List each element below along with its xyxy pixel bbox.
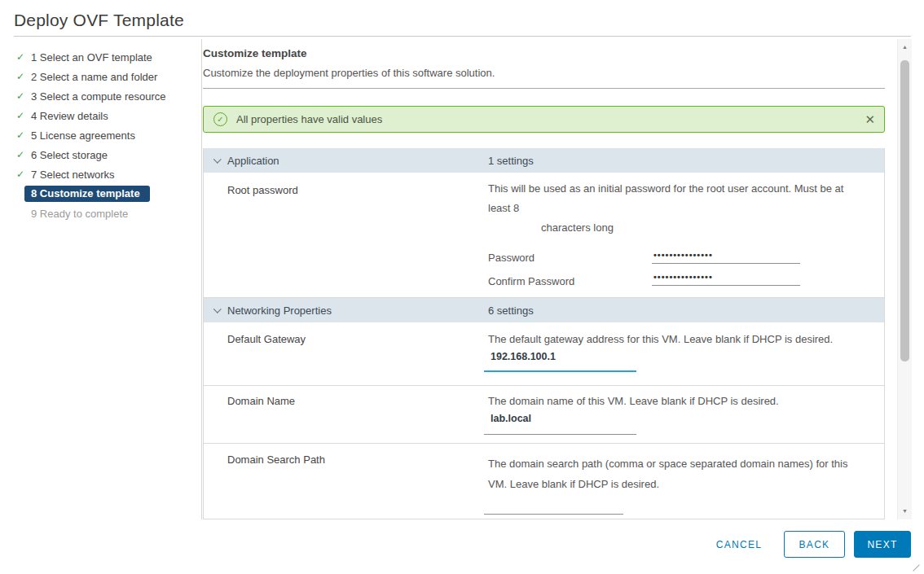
step-label: 9 Ready to complete [31,208,128,220]
section-settings-count: 6 settings [488,305,534,317]
section-header-application[interactable]: Application 1 settings [204,148,884,173]
password-label: Password [488,252,535,264]
sidebar-step-2-select-name-folder[interactable]: ✓ 2 Select a name and folder [0,67,201,86]
sidebar-step-4-review-details[interactable]: ✓ 4 Review details [0,106,201,125]
alert-message: All properties have valid values [236,113,382,125]
panel-subheading: Customize the deployment properties of t… [203,67,495,79]
root-password-row: Root password This will be used as an in… [204,173,884,298]
sidebar-step-5-license-agreements[interactable]: ✓ 5 License agreements [0,125,201,145]
section-settings-count: 1 settings [488,155,534,167]
description-line: least 8 [488,199,878,218]
active-step-pill: 8 Customize template [24,186,150,202]
alert-close-icon[interactable]: ✕ [865,113,875,125]
panel-heading-divider [203,88,885,89]
sidebar-step-9-ready-to-complete: 9 Ready to complete [0,204,201,223]
window-resize-handle[interactable] [913,564,919,571]
sidebar-step-8-customize-template-active[interactable]: 8 Customize template [0,184,201,204]
sidebar-step-6-select-storage[interactable]: ✓ 6 Select storage [0,145,201,164]
domain-search-path-input[interactable] [484,490,623,515]
chevron-down-icon [213,156,222,164]
domain-search-path-label: Domain Search Path [227,454,325,466]
vertical-scrollbar[interactable]: ▲ ▼ [897,39,912,519]
step-done-check-icon: ✓ [16,51,24,63]
root-password-label: Root password [227,184,298,196]
domain-search-path-row: Domain Search Path The domain search pat… [204,444,884,519]
step-done-check-icon: ✓ [16,71,24,82]
panel-heading: Customize template [203,47,307,59]
confirm-password-label: Confirm Password [488,275,574,287]
default-gateway-description: The default gateway address for this VM.… [488,333,878,346]
step-label: 7 Select networks [31,169,115,181]
step-label: 6 Select storage [31,149,108,161]
confirm-password-input[interactable] [652,270,800,286]
root-password-description: This will be used as an initial password… [488,179,878,238]
step-done-check-icon: ✓ [16,90,24,102]
sidebar-step-1-select-ovf-template[interactable]: ✓ 1 Select an OVF template [0,47,201,67]
domain-name-input[interactable] [484,405,636,435]
step-done-check-icon: ✓ [16,169,24,180]
title-divider [14,36,911,37]
step-label: 4 Review details [31,110,108,122]
step-label: 2 Select a name and folder [31,71,157,83]
section-header-networking-properties[interactable]: Networking Properties 6 settings [204,298,884,322]
step-done-check-icon: ✓ [16,110,24,121]
domain-name-label: Domain Name [227,395,295,407]
default-gateway-input[interactable] [484,345,636,372]
domain-name-row: Domain Name The domain name of this VM. … [204,386,884,444]
section-name: Networking Properties [227,305,332,317]
description-line: The domain search path (comma or space s… [488,454,878,474]
step-done-check-icon: ✓ [16,149,24,160]
password-input[interactable] [652,248,800,264]
step-label: 3 Select a compute resource [31,90,165,103]
chevron-down-icon [213,305,222,313]
scrollbar-up-arrow-icon[interactable]: ▲ [898,41,912,54]
description-line: This will be used as an initial password… [488,179,878,199]
step-label: 5 License agreements [31,129,135,142]
section-name: Application [227,155,279,167]
scrollbar-down-arrow-icon[interactable]: ▼ [898,505,912,518]
properties-accordion: Application 1 settings Root password Thi… [203,148,885,519]
sidebar-step-3-select-compute-resource[interactable]: ✓ 3 Select a compute resource [0,86,201,106]
validation-success-alert: ✓ All properties have valid values ✕ [203,106,885,133]
page-title: Deploy OVF Template [14,11,184,30]
description-line: characters long [488,218,878,238]
success-check-circle-icon: ✓ [213,112,227,126]
step-label: 1 Select an OVF template [31,51,152,64]
wizard-steps-sidebar: ✓ 1 Select an OVF template ✓ 2 Select a … [0,47,201,223]
back-button[interactable]: BACK [784,531,845,558]
cancel-button[interactable]: CANCEL [699,532,779,557]
default-gateway-label: Default Gateway [227,333,306,345]
step-done-check-icon: ✓ [16,129,24,141]
sidebar-step-7-select-networks[interactable]: ✓ 7 Select networks [0,164,201,184]
default-gateway-row: Default Gateway The default gateway addr… [204,322,884,386]
customize-template-panel: Customize template Customize the deploym… [202,39,897,519]
scrollbar-thumb[interactable] [900,60,909,361]
next-button[interactable]: NEXT [854,531,911,558]
domain-search-path-description: The domain search path (comma or space s… [488,454,878,494]
